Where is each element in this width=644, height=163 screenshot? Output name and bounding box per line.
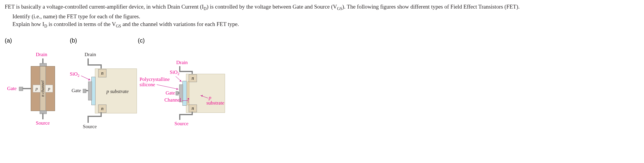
fb-src-wire-h [88,116,102,117]
fc-poly-l2: silicone [140,82,155,88]
fc-oxide [182,81,187,106]
fa-channel-label: n channel [41,81,45,97]
fc-source-label: Source [174,121,188,127]
fa-source-label: Source [36,120,50,126]
fb-drain-label: Drain [85,52,96,58]
fc-src-wire-v [179,114,180,120]
fb-n-top: n [98,69,106,77]
intro-part1: FET is basically a voltage-controlled cu… [5,4,204,10]
figure-a-area: Drain n channel p p Gate Sou [5,37,70,144]
fc-poly-arrow [157,84,179,89]
fc-sub-text: substrate [206,100,224,106]
fc-sub-p: p [209,95,211,101]
fa-p-right: p [45,85,53,92]
fc-drain-wire-h [179,71,193,72]
figure-c-area: Drain n n SiO2 Polycrystall [138,37,238,146]
task2-sub1: D [44,24,47,28]
question-task1: Identify (i.e., name) the FET type for e… [5,13,639,20]
figure-b: (b) Drain p substrate n n SiO2 [70,37,138,146]
figure-a: (a) Drain n channel p p Gate [5,37,70,144]
fa-p-left-text: p [35,86,38,91]
fb-gate-label: Gate [72,88,81,94]
fa-channel: n channel [40,66,46,111]
fc-n-top-text: n [192,76,194,81]
task2-c: and the channel width variations for eac… [121,21,239,27]
fb-gate-metal [88,82,92,100]
fc-sio2-label: SiO2 [170,70,179,76]
fa-gate-wire [22,88,31,89]
fb-sio2-label: SiO2 [70,71,80,78]
fa-source-wire [42,113,43,119]
fc-built-in-channel [187,82,189,105]
question-intro: FET is basically a voltage-controlled cu… [5,3,639,12]
fb-n-bot: n [98,105,106,113]
fb-drain-wire-h [88,64,102,66]
task2-b: is controlled in terms of the V [47,21,116,27]
fc-channel-arrow [188,99,188,103]
fc-src-wire-h [179,114,193,115]
fc-sio2-sub: 2 [177,72,179,76]
task2-sub2: GS [116,24,121,28]
intro-sub1: D [204,6,207,11]
fb-sio2-text: SiO [70,71,77,77]
question-task2: Explain how ID is controlled in terms of… [5,20,639,29]
fb-n-top-text: n [101,71,103,76]
fc-channel-lead [182,100,188,101]
fc-poly-l1: Polycrystalline [140,77,170,82]
fb-oxide [91,77,96,105]
fc-n-bot: n [189,105,197,112]
fc-gate-label: Gate [166,90,175,96]
fb-gate-wire [86,90,88,91]
fc-channel-label: Channel [164,97,181,103]
intro-sub2: GS [337,6,342,11]
fb-src-wire-v [88,116,89,123]
figures-row: (a) Drain n channel p p Gate [5,37,639,146]
fc-drain-label: Drain [176,60,188,66]
question-root: FET is basically a voltage-controlled cu… [5,3,639,146]
fc-n-bot-text: n [192,106,194,111]
task2-a: Explain how I [12,21,44,27]
figure-b-area: Drain p substrate n n SiO2 Gate [70,37,138,146]
fc-sio2-text: SiO [170,69,177,75]
intro-part3: ). The following figures show different … [342,4,520,10]
fa-body: n channel p p [31,66,55,111]
fa-drain-label: Drain [36,52,47,58]
fb-substrate-label: p substrate [106,89,129,94]
figure-c: (c) Drain n n SiO2 [138,37,238,146]
fa-p-left: p [33,85,41,92]
fb-source-label: Source [83,124,97,130]
fb-n-bot-text: n [101,106,103,111]
fb-sio2-arrow [81,76,91,80]
fc-n-top: n [189,74,197,82]
fa-gate-label: Gate [7,86,17,92]
fa-p-right-text: p [48,86,50,91]
fc-sio2-arrow [176,76,182,82]
intro-part2: ) is controlled by the voltage between G… [207,4,337,10]
fb-sio2-sub: 2 [77,74,79,78]
fc-gate-wire [178,92,179,94]
